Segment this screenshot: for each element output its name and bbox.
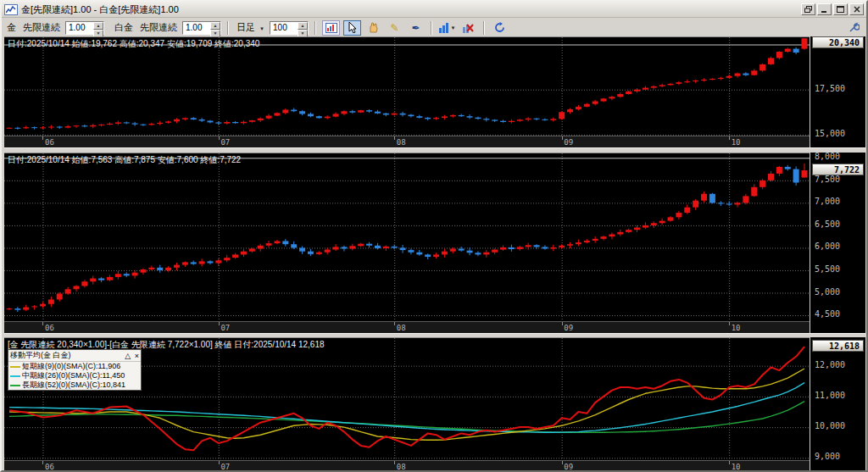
down-candle <box>14 308 20 310</box>
up-candle <box>651 223 657 225</box>
up-candle <box>559 112 565 119</box>
settings-button[interactable] <box>845 20 863 36</box>
up-candle <box>48 127 54 128</box>
platinum-multiplier-input[interactable]: 1.00 <box>183 22 210 34</box>
up-candle <box>626 230 632 232</box>
up-candle <box>601 98 607 101</box>
down-candle <box>425 118 431 119</box>
legend-collapse-button[interactable]: △ <box>125 352 131 360</box>
up-candle <box>349 246 355 248</box>
gold-multiplier-input[interactable]: 1.00 <box>66 22 93 34</box>
spin-up-icon[interactable]: ▲ <box>298 22 308 30</box>
down-candle <box>366 244 372 246</box>
delete-chart-button[interactable] <box>459 20 477 36</box>
new-window-button[interactable] <box>801 3 815 15</box>
up-candle <box>232 254 238 258</box>
range-select-button[interactable] <box>322 20 340 36</box>
down-candle <box>467 251 473 253</box>
down-candle <box>349 111 355 112</box>
x-axis-tick <box>562 322 563 325</box>
up-candle <box>617 232 623 235</box>
down-candle <box>542 247 548 248</box>
spread-chart-plot[interactable]: [金 先限連続 20,340×1.00]-[白金 先限連続 7,722×1.00… <box>4 337 810 460</box>
gold-price-axis[interactable]: 17,50015,00020,340 <box>810 36 865 147</box>
refresh-button[interactable] <box>491 20 509 36</box>
up-candle <box>676 213 682 217</box>
down-candle <box>57 127 63 128</box>
timeframe-dropdown[interactable]: 日足 ▼ <box>236 21 264 34</box>
up-candle <box>282 110 288 114</box>
down-candle <box>124 274 130 275</box>
cursor-tool-button[interactable] <box>343 20 361 36</box>
x-axis-tick <box>729 461 730 464</box>
x-axis-label: 07 <box>220 324 230 332</box>
down-candle <box>416 116 422 118</box>
up-candle <box>693 201 698 208</box>
gold-candlestick-plot[interactable] <box>4 37 810 136</box>
spread-price-axis[interactable]: 12,00011,00010,0009,00012,618 <box>810 337 865 472</box>
up-candle <box>392 114 398 115</box>
up-candle <box>266 243 272 246</box>
up-candle <box>576 107 581 109</box>
y-axis-label: 7,000 <box>815 197 840 206</box>
up-candle <box>634 228 640 230</box>
pan-tool-button[interactable] <box>364 20 382 36</box>
legend-close-button[interactable]: × <box>135 352 139 360</box>
up-candle <box>81 281 87 286</box>
spin-up-icon[interactable]: ▲ <box>93 22 103 30</box>
down-candle <box>459 249 465 251</box>
platinum-chart-header: 日付:2025/10/14 始値:7,563 高値:7,875 安値:7,600… <box>8 154 241 166</box>
down-candle <box>282 241 288 244</box>
up-candle <box>768 58 774 64</box>
minimize-button[interactable] <box>817 3 832 15</box>
x-axis-label: 09 <box>564 463 573 471</box>
gold-label: 金 <box>7 21 16 34</box>
down-candle <box>316 116 322 118</box>
wrench-icon <box>849 22 860 33</box>
close-icon[interactable] <box>849 3 864 15</box>
y-axis-label: 6,500 <box>815 219 840 229</box>
up-candle <box>517 119 523 120</box>
up-candle <box>115 122 121 123</box>
platinum-chart-plot[interactable]: 日付:2025/10/14 始値:7,563 高値:7,875 安値:7,600… <box>4 153 810 321</box>
y-axis-label: 15,000 <box>815 129 845 138</box>
refresh-icon <box>494 22 505 33</box>
down-candle <box>475 253 481 254</box>
up-candle <box>634 90 640 92</box>
up-candle <box>157 123 163 124</box>
maximize-button[interactable] <box>833 3 848 15</box>
up-candle <box>684 208 690 213</box>
platinum-candlestick-plot[interactable] <box>4 153 810 322</box>
gold-chart-header: 日付:2025/10/14 始値:19,762 高値:20,347 安値:19,… <box>8 38 259 50</box>
gold-chart-plot[interactable]: 日付:2025/10/14 始値:19,762 高値:20,347 安値:19,… <box>4 36 810 136</box>
up-candle <box>442 252 448 255</box>
bar-count-input[interactable]: 100 <box>270 22 298 34</box>
down-candle <box>400 114 406 115</box>
down-candle <box>492 119 498 120</box>
down-candle <box>542 119 548 120</box>
x-axis-label: 08 <box>397 324 406 332</box>
up-candle <box>249 120 255 122</box>
window-title: 金[先限連続]1.00 - 白金[先限連続]1.00 <box>21 3 801 16</box>
down-candle <box>98 279 104 280</box>
up-candle <box>358 244 364 247</box>
up-candle <box>90 279 96 282</box>
x-axis-label: 10 <box>732 138 741 147</box>
titlebar[interactable]: 金[先限連続]1.00 - 白金[先限連続]1.00 <box>2 2 866 18</box>
up-candle <box>743 196 748 203</box>
down-candle <box>709 194 715 203</box>
up-candle <box>483 253 489 255</box>
chart-type-button[interactable]: ▼ <box>438 20 456 36</box>
pencil-tool-button[interactable]: ✎ <box>386 20 403 36</box>
pen-tool-button[interactable]: ✒ <box>407 20 425 36</box>
down-candle <box>400 247 406 250</box>
down-candle <box>534 119 540 119</box>
up-candle <box>199 261 205 264</box>
up-candle <box>626 92 632 94</box>
platinum-price-axis[interactable]: 8,0007,5007,0006,5006,0005,5005,0004,500… <box>810 153 865 333</box>
x-axis-label: 10 <box>732 324 741 332</box>
spin-up-icon[interactable]: ▲ <box>210 22 220 30</box>
down-candle <box>199 119 205 120</box>
up-candle <box>500 247 506 250</box>
y-axis-label: 11,000 <box>815 391 845 400</box>
